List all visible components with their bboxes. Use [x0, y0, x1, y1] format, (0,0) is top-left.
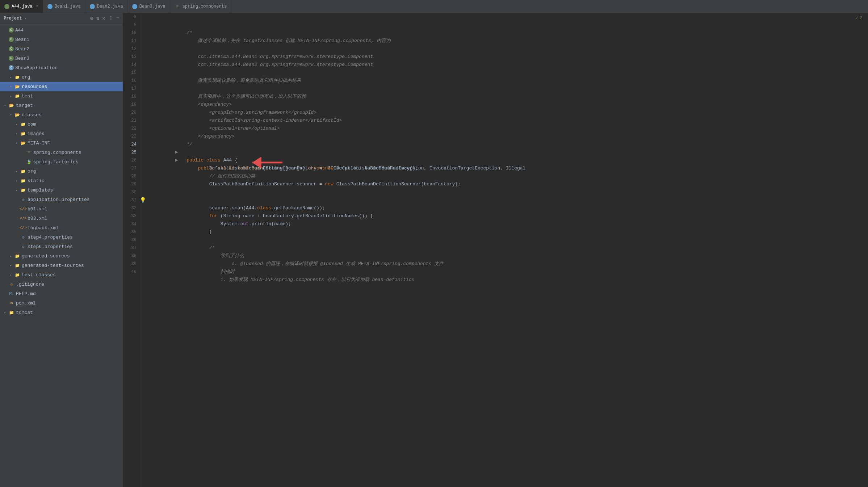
- bulb-icon[interactable]: 💡: [140, 196, 146, 204]
- code-line-36: /*: [147, 236, 861, 244]
- tree-arrow-test-classes[interactable]: [9, 273, 13, 277]
- tree-item-templates[interactable]: 📁 templates: [0, 185, 123, 195]
- code-line-31: [147, 196, 861, 204]
- tree-arrow-generated-test-sources[interactable]: [9, 263, 13, 268]
- collapse-icon[interactable]: ⇅: [96, 15, 99, 21]
- tree-item-A44[interactable]: C A44: [0, 25, 123, 35]
- folder-icon-generated-sources: 📁: [14, 253, 20, 259]
- ln-11: 11: [126, 37, 137, 45]
- tree-item-static[interactable]: 📁 static: [0, 176, 123, 185]
- code-line-22: </dependency>: [147, 125, 861, 133]
- ln-39: 39: [126, 260, 137, 268]
- tree-arrow-static[interactable]: [14, 179, 19, 183]
- tree-item-step6-properties[interactable]: ⚙ step6.properties: [0, 242, 123, 251]
- tab-icon-Bean2: [90, 4, 95, 9]
- tree-arrow-classes[interactable]: [9, 113, 13, 117]
- tree-arrow-org[interactable]: [9, 75, 13, 79]
- ln-19: 19: [126, 101, 137, 109]
- tab-icon-spring-components: ≡: [175, 4, 180, 9]
- tab-label-A44: A44.java: [12, 4, 33, 9]
- tree-item-b03-xml[interactable]: </> b03.xml: [0, 214, 123, 223]
- tree-item-test[interactable]: 📁 test: [0, 91, 123, 101]
- java-class-icon-ShowApplication: C: [9, 65, 14, 70]
- tree-label-ShowApplication: ShowApplication: [15, 65, 58, 71]
- tree-item-generated-test-sources[interactable]: 📁 generated-test-sources: [0, 261, 123, 270]
- tree-item-ShowApplication[interactable]: C ShowApplication: [0, 63, 123, 72]
- tree-item-Bean1[interactable]: C Bean1: [0, 35, 123, 44]
- minimize-icon[interactable]: −: [116, 15, 119, 21]
- java-class-icon-Bean3: C: [9, 56, 14, 61]
- ln-9: 9: [126, 21, 137, 29]
- tree-item-test-classes[interactable]: 📁 test-classes: [0, 270, 123, 280]
- tree-arrow-target[interactable]: [3, 103, 7, 108]
- close-sidebar-icon[interactable]: ✕: [102, 15, 105, 21]
- code-line-28: ClassPathBeanDefinitionScanner scanner =…: [147, 172, 861, 180]
- tree-arrow-images[interactable]: [14, 131, 19, 136]
- tree-arrow-com[interactable]: [14, 122, 19, 126]
- tree-item-org2[interactable]: 📁 org: [0, 167, 123, 176]
- tree-arrow-templates[interactable]: [14, 188, 19, 192]
- folder-icon-images: 📁: [20, 131, 26, 137]
- tree-label-b03-xml: b03.xml: [28, 216, 47, 221]
- tree-arrow-resources[interactable]: [9, 84, 13, 89]
- tree-item-spring-components[interactable]: ≡ spring.components: [0, 148, 123, 157]
- tab-Bean3[interactable]: Bean3.java: [128, 0, 170, 13]
- tree-label-org: org: [22, 75, 30, 80]
- tree-item-org[interactable]: 📁 org: [0, 72, 123, 82]
- tree-arrow-tomcat[interactable]: [3, 310, 7, 315]
- tree-arrow-generated-sources[interactable]: [9, 254, 13, 258]
- spring-comp-icon: ≡: [26, 150, 32, 155]
- spring-fact-icon: 🍃: [26, 159, 32, 165]
- tree-item-classes[interactable]: 📂 classes: [0, 110, 123, 119]
- tree-item-resources[interactable]: 📂 resources: [0, 82, 123, 91]
- ln-33: 33: [126, 212, 137, 220]
- tree-item-b01-xml[interactable]: </> b01.xml: [0, 204, 123, 214]
- more-options-icon[interactable]: ⋮: [108, 15, 113, 21]
- tree-label-test: test: [22, 93, 33, 99]
- ln-27: 27: [126, 164, 137, 172]
- tree-item-step4-properties[interactable]: ⚙ step4.properties: [0, 232, 123, 242]
- tree-item-com[interactable]: 📁 com: [0, 119, 123, 129]
- java-class-icon-Bean1: C: [9, 37, 14, 42]
- tree-item-images[interactable]: 📁 images: [0, 129, 123, 138]
- tree-arrow-test[interactable]: [9, 94, 13, 98]
- tree-item-logback-xml[interactable]: </> logback.xml: [0, 223, 123, 232]
- tree-label-spring-factories: spring.factories: [33, 159, 79, 165]
- tree-item-target[interactable]: 📂 target: [0, 101, 123, 110]
- tab-Bean2[interactable]: Bean2.java: [85, 0, 128, 13]
- tab-Bean1[interactable]: Bean1.java: [43, 0, 85, 13]
- tree-item-HELP-md[interactable]: M↓ HELP.md: [0, 289, 123, 298]
- code-line-12: com.itheima.a44.Bean1=org.springframewor…: [147, 45, 861, 53]
- tree-label-HELP-md: HELP.md: [16, 291, 36, 297]
- tree-item-pom-xml[interactable]: m pom.xml: [0, 298, 123, 308]
- tree-item-application-properties[interactable]: ⚙ application.properties: [0, 195, 123, 204]
- code-line-8: [147, 13, 861, 21]
- tab-close-A44[interactable]: ×: [36, 4, 38, 8]
- ln-8: 8: [126, 13, 137, 21]
- globe-icon[interactable]: ⊕: [90, 15, 93, 21]
- code-line-20: <artifactId>spring-context-indexer</arti…: [147, 109, 861, 117]
- java-class-icon-A44: C: [9, 28, 14, 33]
- tree-item-spring-factories[interactable]: 🍃 spring.factories: [0, 157, 123, 167]
- tree-arrow-org2[interactable]: [14, 169, 19, 173]
- tree-item-gitignore[interactable]: ⊘ .gitignore: [0, 280, 123, 289]
- tree-arrow-META-INF[interactable]: [14, 141, 19, 145]
- folder-icon-static: 📁: [20, 178, 26, 184]
- tree-item-Bean3[interactable]: C Bean3: [0, 54, 123, 63]
- tree-item-Bean2[interactable]: C Bean2: [0, 44, 123, 54]
- tab-spring-components[interactable]: ≡ spring.components: [170, 0, 231, 13]
- ln-20: 20: [126, 109, 137, 117]
- tab-A44[interactable]: A44.java ×: [0, 0, 43, 13]
- tree-item-generated-sources[interactable]: 📁 generated-sources: [0, 251, 123, 261]
- tree-item-META-INF[interactable]: 📂 META-INF: [0, 138, 123, 148]
- code-area[interactable]: ✓ 2 8 9 10 11 12 13 14 15 16 17 18 19 20…: [123, 13, 868, 487]
- tree-label-target: target: [16, 103, 33, 108]
- ln-16: 16: [126, 77, 137, 85]
- tree-item-tomcat[interactable]: 📁 tomcat: [0, 308, 123, 317]
- tree-label-com: com: [28, 122, 36, 127]
- ln-13: 13: [126, 53, 137, 61]
- project-dropdown-icon[interactable]: ▾: [24, 16, 26, 21]
- xml-icon-logback: </>: [20, 225, 26, 231]
- tree-label-gitignore: .gitignore: [16, 282, 44, 287]
- tab-label-Bean3: Bean3.java: [139, 4, 165, 9]
